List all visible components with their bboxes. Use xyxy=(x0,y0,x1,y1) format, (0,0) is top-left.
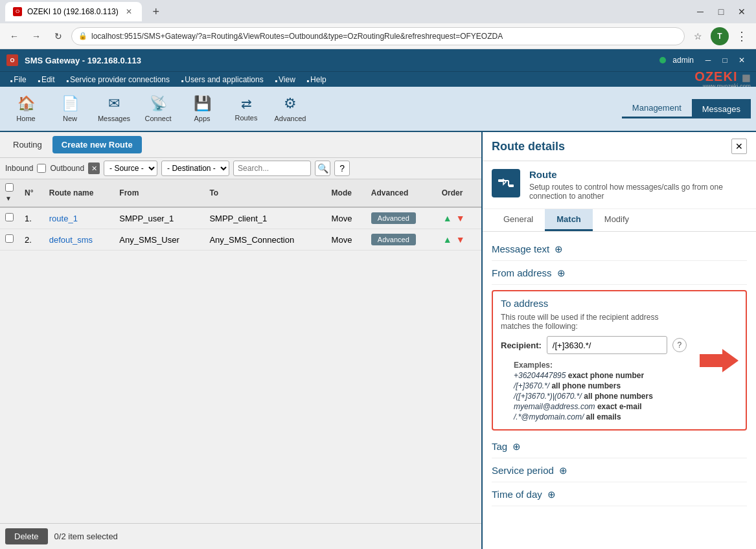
apps-toolbar-button[interactable]: 💾 Apps xyxy=(181,89,223,128)
row1-down-button[interactable]: ▼ xyxy=(455,212,466,224)
new-tab-button[interactable]: + xyxy=(147,3,165,21)
message-text-section[interactable]: Message text ⊕ xyxy=(492,238,747,261)
management-tab-button[interactable]: Management xyxy=(622,99,692,118)
menu-help[interactable]: Help xyxy=(302,74,332,85)
browser-menu-button[interactable]: ⋮ xyxy=(733,27,751,45)
example-1: +36204447895 exact phone number xyxy=(514,371,687,380)
menu-bar: File Edit Service provider connections U… xyxy=(0,71,756,87)
row1-advanced-button[interactable]: Advanced xyxy=(371,212,416,224)
examples-label: Examples: xyxy=(514,361,553,370)
close-window-button[interactable]: ✕ xyxy=(733,3,751,21)
outbound-close-button[interactable]: ✕ xyxy=(88,162,100,174)
messages-label: Messages xyxy=(98,115,130,122)
menu-file[interactable]: File xyxy=(5,74,32,85)
new-toolbar-button[interactable]: 📄 New xyxy=(49,89,91,128)
search-button[interactable]: 🔍 xyxy=(315,161,330,176)
route-details-header: Route details ✕ xyxy=(483,132,756,161)
minimize-button[interactable]: ─ xyxy=(691,3,709,21)
bookmark-button[interactable]: ☆ xyxy=(689,27,707,45)
apps-label: Apps xyxy=(194,115,210,122)
help-filter-button[interactable]: ? xyxy=(334,161,350,176)
menu-service-provider[interactable]: Service provider connections xyxy=(62,74,175,85)
menu-users[interactable]: Users and applications xyxy=(176,74,269,85)
to-address-title: To address xyxy=(501,298,687,309)
row2-name[interactable]: defout_sms xyxy=(49,235,93,245)
routing-tab[interactable]: Routing xyxy=(5,137,50,152)
refresh-button[interactable]: ↻ xyxy=(49,27,67,45)
row1-checkbox[interactable] xyxy=(5,213,14,221)
menu-edit[interactable]: Edit xyxy=(33,74,60,85)
inbound-checkbox[interactable] xyxy=(37,164,46,173)
route-icon xyxy=(492,169,520,197)
ozeki-logo: OZEKI ▦ www.myozeki.com xyxy=(694,70,751,89)
row2-advanced-button[interactable]: Advanced xyxy=(371,234,416,245)
address-bar[interactable]: 🔒 localhost:9515/SMS+Gateway/?a=Routing&… xyxy=(71,27,685,45)
time-of-day-section[interactable]: Time of day ⊕ xyxy=(492,484,747,506)
browser-title-bar: O OZEKI 10 (192.168.0.113) ✕ + ─ □ ✕ xyxy=(0,0,756,23)
close-tab-button[interactable]: ✕ xyxy=(124,6,134,17)
browser-nav: ← → ↻ 🔒 localhost:9515/SMS+Gateway/?a=Ro… xyxy=(0,23,756,49)
app-minimize-button[interactable]: ─ xyxy=(700,52,716,68)
bottom-bar: Delete 0/2 item selected xyxy=(0,523,481,549)
col-advanced: Advanced xyxy=(366,179,437,207)
tag-title: Tag ⊕ xyxy=(492,441,521,452)
row1-name[interactable]: route_1 xyxy=(49,214,78,223)
app-maximize-button[interactable]: □ xyxy=(717,52,733,68)
app-title-controls: ─ □ ✕ xyxy=(700,52,750,68)
app-icon: O xyxy=(6,54,18,66)
tag-section[interactable]: Tag ⊕ xyxy=(492,436,747,458)
menu-view[interactable]: View xyxy=(270,74,301,85)
forward-button[interactable]: → xyxy=(27,27,45,45)
from-address-title: From address ⊕ xyxy=(492,267,566,278)
new-icon: 📄 xyxy=(62,95,79,112)
maximize-button[interactable]: □ xyxy=(712,3,730,21)
delete-button[interactable]: Delete xyxy=(5,528,48,544)
home-toolbar-button[interactable]: 🏠 Home xyxy=(5,89,47,128)
connect-icon: 📡 xyxy=(150,95,167,112)
outbound-label: Outbound xyxy=(50,164,84,173)
destination-select[interactable]: - Destination - xyxy=(161,161,229,176)
route-details-title: Route details xyxy=(492,140,565,153)
browser-tab[interactable]: O OZEKI 10 (192.168.0.113) ✕ xyxy=(5,2,142,21)
close-panel-button[interactable]: ✕ xyxy=(731,139,747,154)
recipient-input[interactable] xyxy=(547,336,667,354)
select-all-checkbox[interactable] xyxy=(5,183,14,192)
route-desc-title: Route xyxy=(529,169,747,180)
detail-tabs: General Match Modify xyxy=(483,209,756,232)
general-tab[interactable]: General xyxy=(492,209,545,231)
service-period-section[interactable]: Service period ⊕ xyxy=(492,460,747,482)
modify-tab[interactable]: Modify xyxy=(593,209,641,231)
row1-up-button[interactable]: ▲ xyxy=(442,212,453,224)
routing-tabs: Routing Create new Route xyxy=(0,132,481,158)
management-tabs: Management Messages xyxy=(622,99,751,118)
time-of-day-title: Time of day ⊕ xyxy=(492,489,556,500)
account-button[interactable]: T xyxy=(711,27,729,45)
inbound-label: Inbound xyxy=(5,164,33,173)
app-close-button[interactable]: ✕ xyxy=(734,52,750,68)
message-text-plus-icon: ⊕ xyxy=(555,243,563,254)
messages-toolbar-button[interactable]: ✉ Messages xyxy=(93,89,135,128)
route-table: ▼ N° Route name From To Mode Advanced Or… xyxy=(0,179,481,523)
col-checkbox: ▼ xyxy=(0,179,19,207)
advanced-toolbar-button[interactable]: ⚙ Advanced xyxy=(269,89,311,128)
create-route-button[interactable]: Create new Route xyxy=(52,136,142,153)
messages-tab-button[interactable]: Messages xyxy=(692,99,751,118)
row2-up-button[interactable]: ▲ xyxy=(442,234,453,245)
search-input[interactable] xyxy=(233,161,311,176)
match-tab[interactable]: Match xyxy=(545,209,593,231)
connect-toolbar-button[interactable]: 📡 Connect xyxy=(137,89,179,128)
row2-num: 2. xyxy=(19,229,44,251)
back-button[interactable]: ← xyxy=(5,27,23,45)
row2-from: Any_SMS_User xyxy=(114,229,204,251)
routes-toolbar-button[interactable]: ⇄ Routes xyxy=(225,89,267,128)
row2-checkbox[interactable] xyxy=(5,234,14,243)
row2-mode: Move xyxy=(326,229,366,251)
from-address-section[interactable]: From address ⊕ xyxy=(492,262,747,285)
col-order: Order xyxy=(437,179,481,207)
row2-down-button[interactable]: ▼ xyxy=(455,234,466,245)
source-select[interactable]: - Source - xyxy=(104,161,157,176)
route-desc-text: Setup routes to control how messages/cal… xyxy=(529,183,747,201)
row1-order: ▲ ▼ xyxy=(442,212,476,224)
recipient-help-icon[interactable]: ? xyxy=(672,338,687,352)
row2-order: ▲ ▼ xyxy=(442,234,476,245)
